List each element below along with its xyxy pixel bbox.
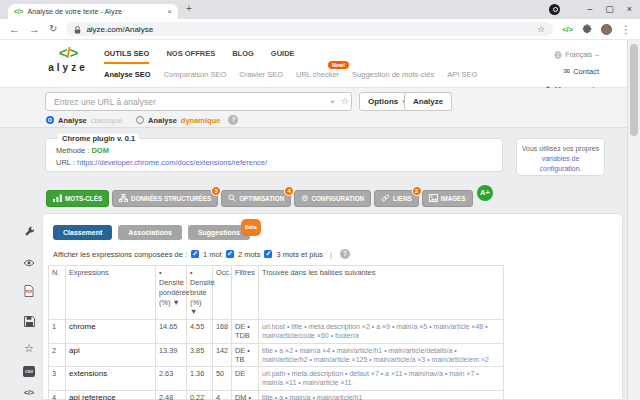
- suggestions-button[interactable]: Suggestions Bêta: [188, 225, 250, 240]
- col-densite-ponderee[interactable]: • Densité pondérée (%) ▼: [156, 266, 187, 320]
- tab-configuration[interactable]: ⚙ CONFIGURATION: [294, 190, 371, 207]
- alyze-logo-text: alyze: [46, 62, 90, 73]
- nav-url-checker[interactable]: URL checker New!: [296, 70, 339, 79]
- col-balises: Trouvée dans les balises suivantes: [259, 266, 504, 320]
- tab-badge: 2: [412, 186, 422, 196]
- gear-icon: ⚙: [301, 194, 308, 203]
- eye-icon[interactable]: [23, 253, 35, 271]
- browser-menu-icon[interactable]: ⋮: [621, 24, 631, 35]
- seo-grade-badge: A+: [477, 185, 493, 201]
- nav-suggestion-mots-cles[interactable]: Suggestion de mots-clés: [352, 70, 434, 79]
- maximize-button[interactable]: ▢: [605, 2, 614, 16]
- help-icon[interactable]: ?: [228, 115, 238, 125]
- nav-crawler-seo[interactable]: Crawler SEO: [239, 70, 283, 79]
- back-button[interactable]: ←: [9, 24, 20, 35]
- classement-button[interactable]: Classement: [53, 225, 112, 240]
- view-buttons: Classement Associations Suggestions Bêta: [53, 225, 250, 240]
- plugin-card-legend: Chrome plugin v. 0.1: [58, 134, 139, 143]
- nav-blog[interactable]: BLOG: [232, 49, 254, 64]
- csv-export-icon[interactable]: CSV: [23, 366, 35, 377]
- favorite-star-icon[interactable]: ☆: [24, 343, 34, 354]
- language-caret: –: [595, 51, 599, 58]
- code-view-icon[interactable]: </>: [24, 389, 34, 396]
- col-filtres: Filtres: [232, 266, 259, 320]
- nav-nos-offres[interactable]: NOS OFFRES: [166, 49, 215, 64]
- new-tab-button[interactable]: +: [186, 3, 192, 14]
- tab-images[interactable]: IMAGES: [422, 190, 473, 207]
- table-row[interactable]: 2 api 13.39 3.85 142 DE • TB title • a ×…: [49, 343, 504, 366]
- profile-avatar[interactable]: [601, 24, 612, 35]
- favorite-url-icon[interactable]: ☆: [341, 96, 349, 106]
- tab-badge: 4: [284, 186, 294, 196]
- nav-guide[interactable]: GUIDE: [271, 49, 295, 64]
- analyze-button[interactable]: Analyze: [404, 92, 452, 111]
- help-icon[interactable]: ?: [340, 249, 350, 259]
- record-icon[interactable]: [549, 4, 560, 15]
- checkbox-2-mots[interactable]: [226, 250, 234, 258]
- browser-toolbar: ← → ↻ alyze.com/Analyse ☆ </> ⋮: [0, 19, 640, 40]
- clear-input-icon[interactable]: ×: [330, 97, 335, 106]
- checkbox-3-mots[interactable]: [264, 250, 272, 258]
- url-analyze-input[interactable]: [45, 92, 352, 111]
- forward-button[interactable]: →: [29, 24, 40, 35]
- secondary-nav: Analyse SEO Comparaison SEO Crawler SEO …: [104, 70, 477, 79]
- col-n: N.: [49, 266, 66, 320]
- close-window-button[interactable]: ×: [627, 2, 632, 16]
- tab-liens[interactable]: LIENS 2: [374, 190, 419, 207]
- col-densite-brute[interactable]: • Densité brute (%) ▼: [187, 266, 213, 320]
- alyze-logo[interactable]: </> alyze: [46, 44, 90, 73]
- associations-button[interactable]: Associations: [118, 225, 182, 240]
- save-icon[interactable]: [24, 313, 35, 331]
- config-note-card: Vous utilisez vos propres variables de c…: [516, 138, 605, 176]
- table-header-row: N. Expressions • Densité pondérée (%) ▼ …: [49, 266, 504, 320]
- extensions-puzzle-icon[interactable]: [582, 20, 592, 38]
- tab-close-icon[interactable]: ×: [167, 7, 172, 16]
- pdf-export-icon[interactable]: PDF: [24, 283, 34, 301]
- reload-button[interactable]: ↻: [49, 24, 57, 34]
- analyzed-url-link[interactable]: https://developer.chrome.com/docs/extens…: [77, 158, 267, 167]
- alyze-extension-icon[interactable]: </>: [562, 25, 573, 34]
- result-tabs: MOTS-CLÉS DONNÉES STRUCTURÉES 3 OPTIMISA…: [46, 190, 473, 207]
- expression-cell: chrome: [66, 320, 156, 343]
- keywords-panel: Classement Associations Suggestions Bêta…: [42, 213, 623, 400]
- nav-api-seo[interactable]: API SEO: [447, 70, 477, 79]
- language-selector[interactable]: Français –: [554, 45, 599, 63]
- checkbox-1-mot[interactable]: [191, 250, 199, 258]
- nav-analyse-seo[interactable]: Analyse SEO: [104, 70, 151, 79]
- primary-nav: OUTILS SEO NOS OFFRES BLOG GUIDE: [104, 49, 295, 64]
- radio-analyse-classique[interactable]: [46, 116, 54, 124]
- beta-badge: Bêta: [241, 219, 261, 236]
- config-variables-link[interactable]: variables de configuration.: [539, 155, 581, 172]
- contact-link[interactable]: ✉ Contact: [563, 67, 599, 76]
- col-expressions: Expressions: [66, 266, 156, 320]
- new-badge: New!: [328, 61, 349, 69]
- bookmark-star-icon[interactable]: ☆: [537, 24, 545, 34]
- structure-icon: [119, 194, 128, 203]
- wrench-icon[interactable]: [24, 223, 35, 241]
- table-row[interactable]: 4 api reference 2.48 0.22 4 DM • TB titl…: [49, 390, 504, 400]
- col-occ[interactable]: Occ.: [213, 266, 232, 320]
- search-section: × ☆ Options ▼ Analyze Analyse classique …: [0, 88, 627, 128]
- nav-outils-seo[interactable]: OUTILS SEO: [104, 49, 149, 64]
- expression-cell: extensions: [66, 367, 156, 390]
- table-row[interactable]: 1 chrome 14.65 4.55 168 DE • TDB url.hos…: [49, 320, 504, 343]
- tab-mots-cles[interactable]: MOTS-CLÉS: [46, 190, 109, 207]
- chrome-plugin-card: Chrome plugin v. 0.1 Methode : DOM URL :…: [45, 138, 503, 172]
- browser-window: </> Analyse de votre texte - Alyze × + –…: [0, 0, 640, 400]
- tab-optimisation[interactable]: OPTIMISATION 4: [221, 190, 291, 207]
- analysis-mode-radios: Analyse classique Analyse dynamique ?: [46, 115, 238, 125]
- nav-comparaison-seo[interactable]: Comparaison SEO: [164, 70, 227, 79]
- address-bar[interactable]: alyze.com/Analyse ☆: [66, 22, 553, 36]
- tab-donnees-structurees[interactable]: DONNÉES STRUCTURÉES 3: [112, 190, 218, 207]
- minimize-button[interactable]: –: [587, 2, 592, 16]
- page-scrollbar[interactable]: [627, 40, 640, 400]
- radio-analyse-dynamique[interactable]: [136, 116, 144, 124]
- table-row[interactable]: 3 extensions 2.63 1.36 50 DE url.path • …: [49, 367, 504, 390]
- alyze-logo-icon: </>: [46, 44, 90, 61]
- scrollbar-thumb[interactable]: [630, 44, 638, 136]
- tab-badge: 3: [211, 186, 221, 196]
- image-icon: [429, 194, 438, 203]
- browser-tab[interactable]: </> Analyse de votre texte - Alyze ×: [8, 4, 178, 19]
- link-icon: [381, 194, 390, 203]
- url-text: alyze.com/Analyse: [86, 25, 153, 34]
